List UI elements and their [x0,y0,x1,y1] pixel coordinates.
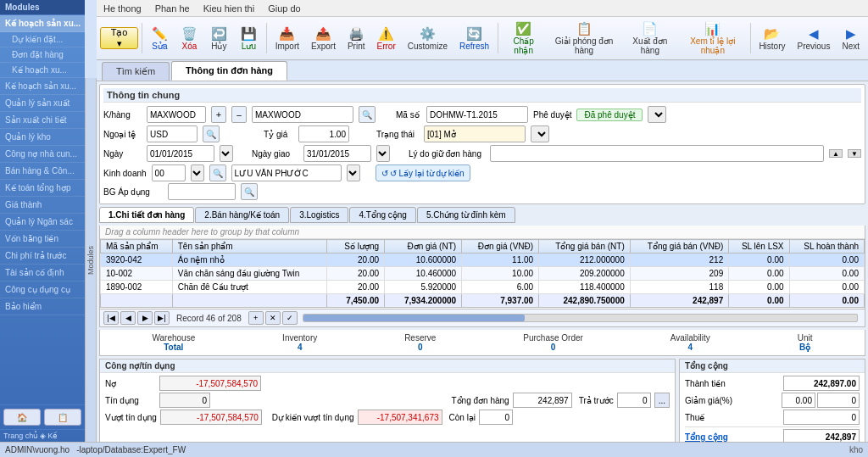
table-cell[interactable]: 0.00 [789,267,864,281]
col-header-so-luong[interactable]: Số lượng [326,240,384,254]
input-con-lai[interactable] [479,410,513,425]
plus-btn-khang[interactable]: + [211,106,226,123]
menu-phan-he[interactable]: Phan he [148,2,197,15]
table-cell[interactable]: 11.00 [462,254,539,267]
table-row[interactable]: 1890-002Chăn đê Cầu trượt20.005.9200006.… [101,281,865,294]
table-cell[interactable]: 209.200000 [539,267,631,281]
xem-ti-le-button[interactable]: 📊 Xem tỉ lệ lợi nhuận [679,19,746,58]
col-header-sl-hoan-thanh[interactable]: SL hoàn thành [789,240,864,254]
sidebar-item-ke-hoach2[interactable]: Kế hoạch xu... [0,63,85,78]
luu-button[interactable]: 💾 Lưu [235,24,263,53]
table-cell[interactable]: 1890-002 [101,281,173,294]
input-khang-code[interactable] [147,106,206,123]
huy-button[interactable]: ↩️ Hủy [205,24,233,53]
col-header-ma[interactable]: Mã sản phẩm [101,240,173,254]
btn-tra-truoc-more[interactable]: ... [654,393,670,408]
sidebar-item-quan-ly-ns[interactable]: Quản lý Ngân sác [0,214,85,231]
chap-nhan-button[interactable]: ✅ Chấp nhận [502,19,546,58]
input-trang-thai[interactable] [424,125,526,142]
sidebar-link-trang-chu[interactable]: Trang chủ [3,432,38,440]
table-cell[interactable]: 20.00 [326,267,384,281]
input-ngoai-te[interactable] [147,125,198,142]
sidebar-item-quan-ly-sx[interactable]: Quản lý sản xuất [0,95,85,112]
tab-search[interactable]: Tìm kiếm [102,62,170,81]
input-no-value[interactable] [159,376,261,391]
col-header-don-gia-nt[interactable]: Đơn giá (NT) [385,240,462,254]
sidebar-item-du-kien[interactable]: Dự kiến đặt... [0,32,85,47]
table-cell[interactable]: Văn chăn sáng đầu giường Twin [172,267,326,281]
search-btn-kinh-doanh[interactable]: 🔍 [209,164,226,181]
table-row[interactable]: 10-002Văn chăn sáng đầu giường Twin20.00… [101,267,865,281]
sub-tab-tong-cong[interactable]: 4.Tổng cộng [349,207,415,223]
sub-tab-ban-hang[interactable]: 2.Bán hàng/Kế toán [195,207,289,223]
table-cell[interactable]: 3920-042 [101,254,173,267]
table-cell[interactable]: 0.00 [729,281,789,294]
sidebar-btn-1[interactable]: 🏠 [3,409,41,426]
sidebar-item-cong-cu[interactable]: Công cụ dụng cụ [0,281,85,298]
select-phe-duyet[interactable] [648,106,666,123]
sidebar-item-ke-toan[interactable]: Kế toán tổng hợp [0,180,85,197]
input-giam-gia-pct[interactable] [782,393,815,408]
sidebar-item-san-xuat-ct[interactable]: Sản xuất chi tiết [0,112,85,129]
table-cell[interactable]: 118 [630,281,728,294]
input-ngay-giao[interactable] [303,145,371,162]
sidebar-item-ban-hang[interactable]: Bán hàng & Côn... [0,163,85,180]
sidebar-link-ke-hoach[interactable]: Kế [47,432,58,440]
page-add-row[interactable]: + [248,311,264,325]
input-ngay[interactable] [147,145,214,162]
table-cell[interactable]: 212 [630,254,728,267]
sidebar-item-cong-no[interactable]: Công nợ nhà cun... [0,146,85,163]
table-cell[interactable]: 20.00 [326,254,384,267]
search-btn-bg[interactable]: 🔍 [241,183,258,200]
table-row[interactable]: 3920-042Áo nệm nhỏ20.0010.60000011.00212… [101,254,865,267]
col-header-don-gia-vnd[interactable]: Đơn giá (VNĐ) [462,240,539,254]
select-ngay-giao[interactable] [376,145,390,162]
select-ngay[interactable] [220,145,233,162]
input-ly-do[interactable] [490,145,824,162]
input-ty-gia[interactable] [298,125,349,142]
scroll-dn-ly-do[interactable]: ▼ [848,149,861,158]
table-cell[interactable]: 10.600000 [385,254,462,267]
table-cell[interactable]: 0.00 [789,281,864,294]
page-check[interactable]: ✓ [282,311,298,325]
giai-phong-button[interactable]: 📋 Giải phóng đơn hàng [548,19,621,58]
input-tin-dung-value[interactable] [159,393,210,408]
page-first[interactable]: |◀ [103,311,119,325]
sua-button[interactable]: ✏️ Sửa [146,24,174,53]
search-btn-khang[interactable]: 🔍 [359,106,376,123]
label-tong-cong-final[interactable]: Tổng cộng [685,432,728,442]
table-cell[interactable]: Áo nệm nhỏ [172,254,326,267]
refresh-button[interactable]: 🔄 Refresh [454,24,494,53]
input-du-kien[interactable] [358,410,442,425]
menu-he-thong[interactable]: He thong [97,2,148,15]
export-button[interactable]: 📤 Export [306,24,341,53]
col-header-ten[interactable]: Tên sản phẩm [172,240,326,254]
table-cell[interactable]: 20.00 [326,281,384,294]
input-tra-truoc[interactable] [617,393,651,408]
table-cell[interactable]: 10.00 [462,267,539,281]
input-khang-name[interactable] [252,106,353,123]
previous-button[interactable]: ◀ Previous [793,24,836,53]
btn-lay-lai[interactable]: ↺ ↺ Lấy lại từ dự kiến [376,164,470,181]
col-header-sl-lsx[interactable]: SL lên LSX [729,240,789,254]
tao-button[interactable]: Tạo ▾ [100,27,138,49]
table-cell[interactable]: 6.00 [462,281,539,294]
xoa-button[interactable]: 🗑️ Xóa [175,24,203,53]
select-trang-thai[interactable] [531,125,549,142]
minus-btn-khang[interactable]: – [231,106,247,123]
history-button[interactable]: 📂 History [754,24,790,53]
input-thanh-tien[interactable] [783,376,860,391]
sidebar-btn-2[interactable]: 📋 [44,409,81,426]
xuat-don-button[interactable]: 📄 Xuất đơn hàng [622,19,677,58]
input-vuot-value[interactable] [160,410,262,425]
print-button[interactable]: 🖨️ Print [342,24,370,53]
input-ma-so[interactable] [426,106,528,123]
customize-button[interactable]: ⚙️ Customize [403,24,453,53]
input-kinh-doanh-name[interactable] [231,164,342,181]
table-cell[interactable]: 118.400000 [539,281,631,294]
sub-tab-logistics[interactable]: 3.Logistics [290,207,348,223]
sidebar-item-ke-hoach-sx[interactable]: Kế hoạch sản xu... [0,78,85,95]
table-cell[interactable]: Chăn đê Cầu trượt [172,281,326,294]
input-tong-cong-final[interactable] [783,429,860,442]
next-button[interactable]: ▶ Next [837,24,865,53]
